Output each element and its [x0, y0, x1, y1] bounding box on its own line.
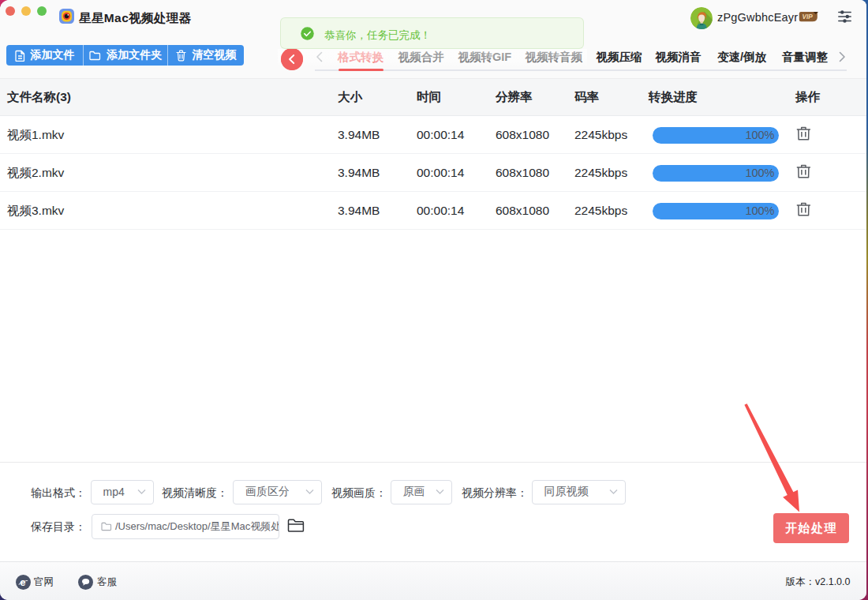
- svg-text:VIP: VIP: [803, 13, 814, 21]
